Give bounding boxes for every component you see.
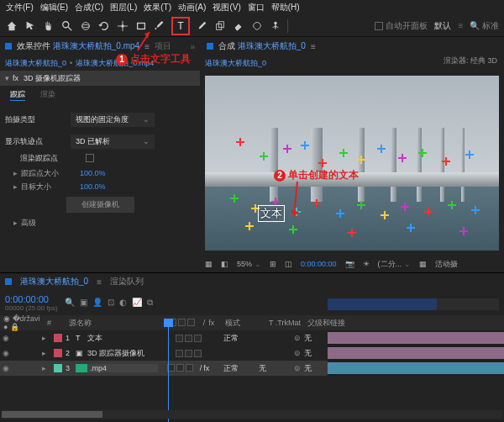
parent-pickwhip-icon[interactable]: ⊚: [294, 349, 301, 357]
trackpoint-size-row[interactable]: ▸跟踪点大小 100.0%: [0, 166, 200, 180]
track-point[interactable]: [377, 145, 386, 153]
tl-comp-icon[interactable]: ▣: [80, 298, 87, 308]
composition-viewer[interactable]: 文本: [205, 76, 499, 251]
track-point[interactable]: [401, 203, 409, 211]
track-point[interactable]: [459, 227, 468, 235]
tl-graph-icon[interactable]: 📈: [132, 298, 142, 308]
active-camera-dropdown[interactable]: 活动摄: [435, 259, 458, 270]
track-point[interactable]: [348, 229, 356, 237]
type-tool-icon[interactable]: T: [171, 17, 190, 35]
viewer-mask-icon[interactable]: ◫: [285, 260, 292, 268]
tl-markers-icon[interactable]: ⧉: [147, 298, 153, 308]
timeline-ruler[interactable]: [160, 290, 499, 315]
timecode-display[interactable]: 0:00:00:00: [5, 294, 58, 304]
renderer-info[interactable]: 渲染器: 经典 3D: [444, 55, 497, 66]
track-point[interactable]: [301, 141, 309, 150]
viewer-3d-icon[interactable]: ▦: [419, 260, 427, 268]
resolution-dropdown[interactable]: (二分...⌄: [378, 259, 412, 270]
clone-tool-icon[interactable]: [213, 19, 227, 33]
layer-row-2[interactable]: ◉ ▸ 2 ▣ 3D 跟踪器摄像机 ⊚ 无: [0, 346, 328, 361]
visibility-toggle[interactable]: ◉: [0, 334, 12, 342]
viewer-time[interactable]: 0:00:00:00: [301, 260, 337, 268]
scrollbar-thumb[interactable]: [2, 411, 102, 418]
roto-tool-icon[interactable]: [250, 19, 264, 33]
track-point[interactable]: [448, 201, 456, 209]
track-point[interactable]: [339, 149, 348, 157]
track-point[interactable]: [381, 211, 389, 219]
track-point[interactable]: [260, 152, 268, 161]
track-point[interactable]: [442, 157, 450, 166]
puppet-tool-icon[interactable]: [269, 19, 282, 33]
effect-section-header[interactable]: ▾fx3D 摄像机跟踪器: [0, 71, 200, 86]
shot-type-dropdown[interactable]: 视图的固定角度⌄: [71, 113, 155, 127]
exposure-icon[interactable]: ☀: [363, 260, 370, 268]
track-point[interactable]: [357, 156, 365, 164]
track-point[interactable]: [312, 199, 321, 208]
tl-motion-blur-icon[interactable]: ◐: [119, 298, 127, 308]
advanced-row[interactable]: ▸高级: [0, 216, 200, 229]
hand-tool-icon[interactable]: [42, 19, 55, 33]
visibility-toggle[interactable]: ◉: [0, 349, 12, 357]
viewer-channel-icon[interactable]: ◧: [221, 260, 228, 268]
create-camera-button[interactable]: 创建摄像机: [66, 197, 134, 213]
layer-bar-2[interactable]: [328, 347, 504, 359]
selection-tool-icon[interactable]: [24, 19, 37, 33]
trkmat-dropdown[interactable]: 无: [259, 363, 294, 374]
track-point[interactable]: [283, 145, 291, 153]
track-point[interactable]: [245, 222, 254, 230]
snapshot-icon[interactable]: 📷: [345, 260, 354, 268]
track-point[interactable]: [336, 209, 344, 218]
playhead[interactable]: [168, 320, 169, 422]
menu-window[interactable]: 窗口: [245, 2, 267, 13]
timeline-tracks[interactable]: [328, 330, 504, 376]
layer-row-3[interactable]: ◉ ▸ 3 .mp4 /fx 正常 无 ⊚ 无: [0, 361, 328, 376]
zoom-dropdown[interactable]: 55% ⌄: [237, 260, 261, 268]
layer-bar-1[interactable]: [328, 332, 504, 344]
tl-shy-icon[interactable]: 👤: [92, 298, 102, 308]
parent-pickwhip-icon[interactable]: ⊚: [294, 334, 301, 342]
layer-color-chip[interactable]: [54, 364, 62, 372]
track-point[interactable]: [357, 201, 365, 209]
track-point[interactable]: [289, 225, 297, 234]
viewer-grid-icon[interactable]: ▦: [205, 260, 213, 268]
tl-search-icon[interactable]: 🔍: [65, 298, 75, 308]
track-point[interactable]: [407, 224, 415, 232]
layer-row-1[interactable]: ◉ ▸ 1 T 文本 正常 ⊚ 无: [0, 330, 328, 346]
timeline-scrollbar[interactable]: [2, 410, 502, 419]
target-size-row[interactable]: ▸目标大小 100.0%: [0, 180, 200, 193]
layer-color-chip[interactable]: [54, 334, 62, 342]
solve-status-dropdown[interactable]: 3D 已解析⌄: [71, 135, 155, 149]
menu-file[interactable]: 文件(F): [3, 2, 36, 13]
rotate-tool-icon[interactable]: [97, 19, 111, 33]
effect-controls-tab[interactable]: 效果控件 港珠澳大桥航拍_0.mp4: [17, 40, 139, 52]
tl-fx-icon[interactable]: ⊡: [108, 298, 114, 308]
zoom-tool-icon[interactable]: [60, 19, 74, 33]
parent-dropdown[interactable]: 无: [301, 363, 312, 374]
viewer-res-icon[interactable]: ⊞: [270, 260, 276, 268]
eraser-tool-icon[interactable]: [232, 19, 245, 33]
track-point[interactable]: [465, 150, 474, 159]
anchor-tool-icon[interactable]: [116, 19, 129, 33]
track-point[interactable]: [398, 154, 407, 162]
menu-anim[interactable]: 动画(A): [176, 2, 208, 13]
workspace-dropdown[interactable]: 默认: [434, 20, 451, 32]
layer-name[interactable]: .mp4: [87, 364, 158, 372]
menu-edit[interactable]: 编辑(E): [38, 2, 71, 13]
track-point[interactable]: [418, 149, 427, 157]
render-trackpoints-checkbox[interactable]: [86, 154, 94, 162]
menu-view[interactable]: 视图(V): [210, 2, 243, 13]
visibility-toggle[interactable]: ◉: [0, 364, 12, 372]
layer-name[interactable]: 文本: [87, 333, 158, 344]
text-layer-instance[interactable]: 文本: [258, 205, 285, 222]
composition-tab[interactable]: 合成 港珠澳大桥航拍_0: [218, 40, 306, 52]
layer-name[interactable]: 3D 跟踪器摄像机: [87, 348, 158, 359]
tab-track[interactable]: 跟踪: [10, 89, 25, 101]
tab-render[interactable]: 渲染: [40, 89, 55, 101]
menu-comp[interactable]: 合成(C): [72, 2, 106, 13]
layer-color-chip[interactable]: [54, 349, 62, 357]
home-icon[interactable]: [5, 19, 18, 33]
blend-mode-dropdown[interactable]: 正常: [218, 363, 259, 374]
parent-dropdown[interactable]: 无: [301, 333, 312, 344]
track-point[interactable]: [318, 159, 327, 167]
track-point[interactable]: [471, 206, 480, 214]
